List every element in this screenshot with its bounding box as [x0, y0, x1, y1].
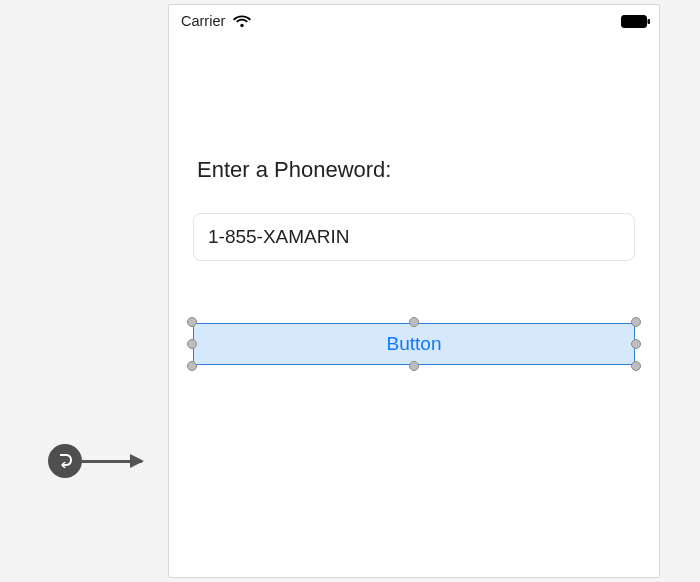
drag-origin-icon [48, 444, 82, 478]
screen-content: Enter a Phoneword: Button [169, 33, 659, 365]
svg-rect-0 [622, 15, 647, 27]
drag-arrow-annotation [48, 444, 142, 478]
svg-rect-1 [648, 19, 651, 24]
selected-control[interactable]: Button [193, 323, 635, 365]
resize-handle-bottom-center[interactable] [409, 361, 419, 371]
resize-handle-middle-right[interactable] [631, 339, 641, 349]
resize-handle-top-left[interactable] [187, 317, 197, 327]
device-frame: Carrier Enter a Phoneword: Button [168, 4, 660, 578]
phoneword-input[interactable] [193, 213, 635, 261]
resize-handle-bottom-right[interactable] [631, 361, 641, 371]
status-left: Carrier [181, 13, 251, 29]
phoneword-prompt: Enter a Phoneword: [197, 157, 635, 183]
resize-handle-middle-left[interactable] [187, 339, 197, 349]
arrow-right-icon [80, 460, 142, 463]
action-button[interactable]: Button [193, 323, 635, 365]
carrier-label: Carrier [181, 13, 225, 29]
resize-handle-bottom-left[interactable] [187, 361, 197, 371]
resize-handle-top-right[interactable] [631, 317, 641, 327]
wifi-icon [233, 15, 251, 28]
battery-icon [621, 15, 651, 28]
resize-handle-top-center[interactable] [409, 317, 419, 327]
status-bar: Carrier [169, 5, 659, 33]
